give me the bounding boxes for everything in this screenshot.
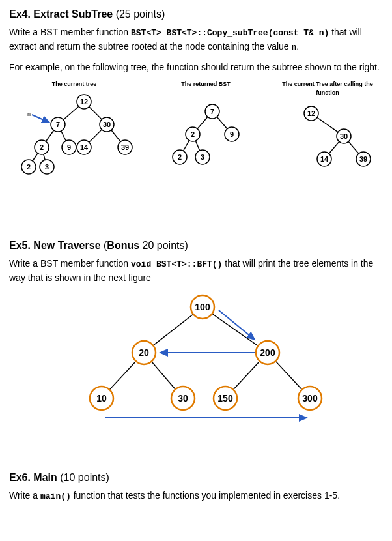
ex6-title: Ex6. Main <box>9 472 57 483</box>
ex4-tree-current: n 12 7 30 2 9 14 39 2 3 <box>9 89 139 186</box>
ex4-col2-title: The returned BST <box>157 80 255 89</box>
svg-text:200: 200 <box>260 347 275 358</box>
ex4-code-sig: BST<T> BST<T>::Copy_subTree(const T& n) <box>131 28 329 38</box>
svg-line-59 <box>219 310 255 340</box>
svg-line-8 <box>32 115 49 123</box>
svg-text:2: 2 <box>191 130 195 138</box>
ex6-code-main: main() <box>40 491 71 501</box>
ex5-para1: Write a BST member function void BST<T>:… <box>9 257 383 284</box>
svg-text:12: 12 <box>80 98 88 106</box>
ex4-diagrams: The current tree n 12 7 30 2 9 <box>9 80 383 198</box>
svg-text:9: 9 <box>230 130 234 138</box>
svg-text:9: 9 <box>67 143 71 151</box>
svg-text:30: 30 <box>103 121 111 128</box>
ex5-title: Ex5. New Traverse <box>9 240 101 251</box>
svg-text:300: 300 <box>302 393 318 403</box>
ex5-diagram-wrap: 100 20 200 10 30 150 300 <box>9 291 383 431</box>
svg-text:39: 39 <box>121 143 129 151</box>
svg-text:2: 2 <box>40 143 44 151</box>
svg-text:3: 3 <box>201 153 204 161</box>
svg-text:30: 30 <box>178 393 188 403</box>
ex6-points: (10 points) <box>57 472 109 483</box>
ex4-para2: For example, on the following tree, the … <box>9 61 383 74</box>
ex4-points: (25 points) <box>113 8 165 20</box>
svg-text:39: 39 <box>359 155 367 163</box>
svg-text:7: 7 <box>56 121 60 128</box>
svg-text:100: 100 <box>195 302 210 312</box>
svg-text:14: 14 <box>80 143 89 151</box>
svg-text:150: 150 <box>217 393 233 403</box>
svg-text:14: 14 <box>320 155 329 163</box>
svg-text:2: 2 <box>178 153 182 161</box>
ex4-col1-title: The current tree <box>9 80 139 89</box>
svg-text:2: 2 <box>27 163 31 171</box>
ex4-para1: Write a BST member function BST<T> BST<T… <box>9 25 383 54</box>
ex6-para1: Write a main() function that tests the f… <box>9 489 383 503</box>
ex4-title: Ex4. Extract SubTree <box>9 8 113 20</box>
ex5-heading: Ex5. New Traverse (Bonus 20 points) <box>9 238 383 253</box>
svg-text:30: 30 <box>340 132 348 140</box>
svg-text:n: n <box>27 111 31 117</box>
svg-text:20: 20 <box>139 347 149 358</box>
ex4-heading: Ex4. Extract SubTree (25 points) <box>9 7 383 22</box>
ex5-code-sig: void BST<T>::BFT() <box>131 259 222 269</box>
ex6-heading: Ex6. Main (10 points) <box>9 470 383 485</box>
ex4-tree-after: 12 30 14 39 <box>272 97 383 195</box>
svg-text:10: 10 <box>96 393 107 403</box>
svg-text:12: 12 <box>307 110 315 117</box>
ex5-tree: 100 20 200 10 30 150 300 <box>53 291 339 428</box>
svg-text:3: 3 <box>45 163 49 171</box>
ex4-col3-title: The current Tree after calling the funct… <box>272 80 383 97</box>
ex4-tree-returned: 7 2 9 2 3 <box>157 89 255 186</box>
svg-text:7: 7 <box>210 108 214 115</box>
